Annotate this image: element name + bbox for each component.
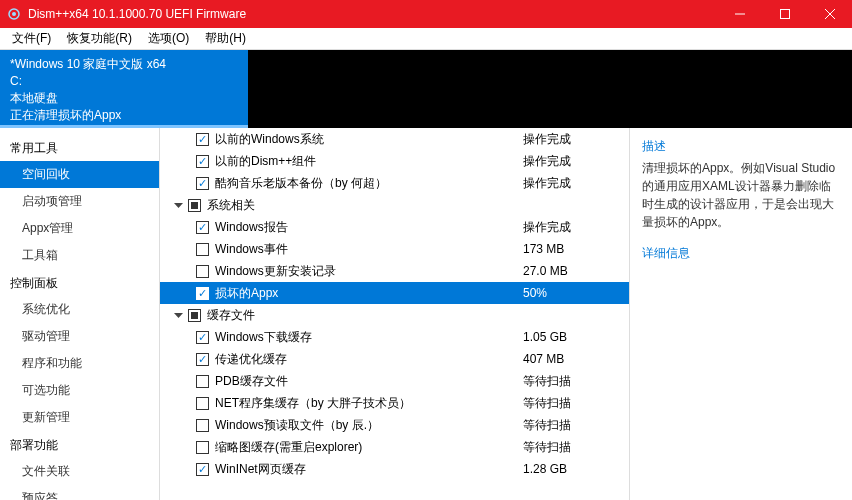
- tree-item[interactable]: Windows事件173 MB: [160, 238, 629, 260]
- item-status: 等待扫描: [519, 439, 629, 456]
- checkbox[interactable]: [188, 309, 201, 322]
- item-label: WinINet网页缓存: [215, 461, 519, 478]
- titlebar: Dism++x64 10.1.1000.70 UEFI Firmware: [0, 0, 852, 28]
- item-label: 缩略图缓存(需重启explorer): [215, 439, 519, 456]
- item-label: 系统相关: [207, 197, 519, 214]
- item-status: 等待扫描: [519, 373, 629, 390]
- checkbox[interactable]: [196, 375, 209, 388]
- checkbox[interactable]: [196, 287, 209, 300]
- item-label: 酷狗音乐老版本备份（by 何超）: [215, 175, 519, 192]
- menu-recovery[interactable]: 恢复功能(R): [59, 28, 140, 49]
- checkbox[interactable]: [196, 133, 209, 146]
- maximize-button[interactable]: [762, 0, 807, 28]
- tree-item[interactable]: NET程序集缓存（by 大胖子技术员）等待扫描: [160, 392, 629, 414]
- checkbox[interactable]: [196, 441, 209, 454]
- details-link[interactable]: 详细信息: [642, 245, 840, 262]
- item-status: 50%: [519, 286, 629, 300]
- item-label: Windows事件: [215, 241, 519, 258]
- expand-icon[interactable]: [172, 199, 184, 211]
- tree-item[interactable]: 以前的Dism++组件操作完成: [160, 150, 629, 172]
- sidebar-item-optimize[interactable]: 系统优化: [0, 296, 159, 323]
- item-label: 缓存文件: [207, 307, 519, 324]
- window-title: Dism++x64 10.1.1000.70 UEFI Firmware: [28, 7, 717, 21]
- tree-item[interactable]: 以前的Windows系统操作完成: [160, 128, 629, 150]
- checkbox[interactable]: [188, 199, 201, 212]
- checkbox[interactable]: [196, 331, 209, 344]
- checkbox[interactable]: [196, 221, 209, 234]
- item-label: 以前的Dism++组件: [215, 153, 519, 170]
- item-label: PDB缓存文件: [215, 373, 519, 390]
- image-info-panel: *Windows 10 家庭中文版 x64 C: 本地硬盘 正在清理损坏的App…: [0, 50, 852, 128]
- expand-icon[interactable]: [172, 309, 184, 321]
- item-status: 1.05 GB: [519, 330, 629, 344]
- menubar: 文件(F) 恢复功能(R) 选项(O) 帮助(H): [0, 28, 852, 50]
- close-button[interactable]: [807, 0, 852, 28]
- item-label: 以前的Windows系统: [215, 131, 519, 148]
- item-label: Windows下载缓存: [215, 329, 519, 346]
- tree-item[interactable]: 酷狗音乐老版本备份（by 何超）操作完成: [160, 172, 629, 194]
- checkbox[interactable]: [196, 265, 209, 278]
- checkbox[interactable]: [196, 155, 209, 168]
- item-label: Windows报告: [215, 219, 519, 236]
- svg-point-1: [12, 12, 16, 16]
- item-status: 1.28 GB: [519, 462, 629, 476]
- sidebar-item-file-assoc[interactable]: 文件关联: [0, 458, 159, 485]
- tree-item[interactable]: 缩略图缓存(需重启explorer)等待扫描: [160, 436, 629, 458]
- image-drive: C:: [10, 73, 238, 90]
- item-label: 传递优化缓存: [215, 351, 519, 368]
- checkbox[interactable]: [196, 243, 209, 256]
- sidebar-group-control-panel: 控制面板: [0, 269, 159, 296]
- sidebar-item-toolbox[interactable]: 工具箱: [0, 242, 159, 269]
- sidebar-group-deploy: 部署功能: [0, 431, 159, 458]
- tree-item[interactable]: PDB缓存文件等待扫描: [160, 370, 629, 392]
- sidebar: 常用工具 空间回收 启动项管理 Appx管理 工具箱 控制面板 系统优化 驱动管…: [0, 128, 160, 500]
- sidebar-item-startup[interactable]: 启动项管理: [0, 188, 159, 215]
- image-status: 正在清理损坏的Appx: [10, 107, 238, 124]
- image-tab[interactable]: *Windows 10 家庭中文版 x64 C: 本地硬盘 正在清理损坏的App…: [0, 50, 248, 128]
- item-status: 操作完成: [519, 153, 629, 170]
- sidebar-item-drivers[interactable]: 驱动管理: [0, 323, 159, 350]
- item-label: 损坏的Appx: [215, 285, 519, 302]
- tree-item[interactable]: 损坏的Appx50%: [160, 282, 629, 304]
- item-status: 27.0 MB: [519, 264, 629, 278]
- item-status: 操作完成: [519, 131, 629, 148]
- menu-file[interactable]: 文件(F): [4, 28, 59, 49]
- main-area: 常用工具 空间回收 启动项管理 Appx管理 工具箱 控制面板 系统优化 驱动管…: [0, 128, 852, 500]
- progress-bar: [0, 125, 248, 128]
- tree-group[interactable]: 缓存文件: [160, 304, 629, 326]
- tree-item[interactable]: WinINet网页缓存1.28 GB: [160, 458, 629, 480]
- app-icon: [6, 6, 22, 22]
- item-label: NET程序集缓存（by 大胖子技术员）: [215, 395, 519, 412]
- sidebar-item-unattend[interactable]: 预应答: [0, 485, 159, 500]
- checkbox[interactable]: [196, 419, 209, 432]
- content-area: 以前的Windows系统操作完成以前的Dism++组件操作完成酷狗音乐老版本备份…: [160, 128, 852, 500]
- checkbox[interactable]: [196, 397, 209, 410]
- sidebar-item-updates[interactable]: 更新管理: [0, 404, 159, 431]
- item-status: 407 MB: [519, 352, 629, 366]
- cleanup-tree: 以前的Windows系统操作完成以前的Dism++组件操作完成酷狗音乐老版本备份…: [160, 128, 630, 500]
- item-status: 等待扫描: [519, 417, 629, 434]
- menu-help[interactable]: 帮助(H): [197, 28, 254, 49]
- sidebar-item-appx[interactable]: Appx管理: [0, 215, 159, 242]
- sidebar-item-space-recovery[interactable]: 空间回收: [0, 161, 159, 188]
- sidebar-item-programs[interactable]: 程序和功能: [0, 350, 159, 377]
- description-title: 描述: [642, 138, 840, 155]
- sidebar-item-optional[interactable]: 可选功能: [0, 377, 159, 404]
- tree-item[interactable]: Windows预读取文件（by 辰.）等待扫描: [160, 414, 629, 436]
- image-name: *Windows 10 家庭中文版 x64: [10, 56, 238, 73]
- menu-options[interactable]: 选项(O): [140, 28, 197, 49]
- tree-item[interactable]: 传递优化缓存407 MB: [160, 348, 629, 370]
- item-status: 等待扫描: [519, 395, 629, 412]
- sidebar-group-common: 常用工具: [0, 134, 159, 161]
- tree-item[interactable]: Windows更新安装记录27.0 MB: [160, 260, 629, 282]
- minimize-button[interactable]: [717, 0, 762, 28]
- checkbox[interactable]: [196, 463, 209, 476]
- tree-group[interactable]: 系统相关: [160, 194, 629, 216]
- checkbox[interactable]: [196, 353, 209, 366]
- item-status: 操作完成: [519, 175, 629, 192]
- checkbox[interactable]: [196, 177, 209, 190]
- tree-item[interactable]: Windows下载缓存1.05 GB: [160, 326, 629, 348]
- tree-item[interactable]: Windows报告操作完成: [160, 216, 629, 238]
- item-label: Windows预读取文件（by 辰.）: [215, 417, 519, 434]
- window-controls: [717, 0, 852, 28]
